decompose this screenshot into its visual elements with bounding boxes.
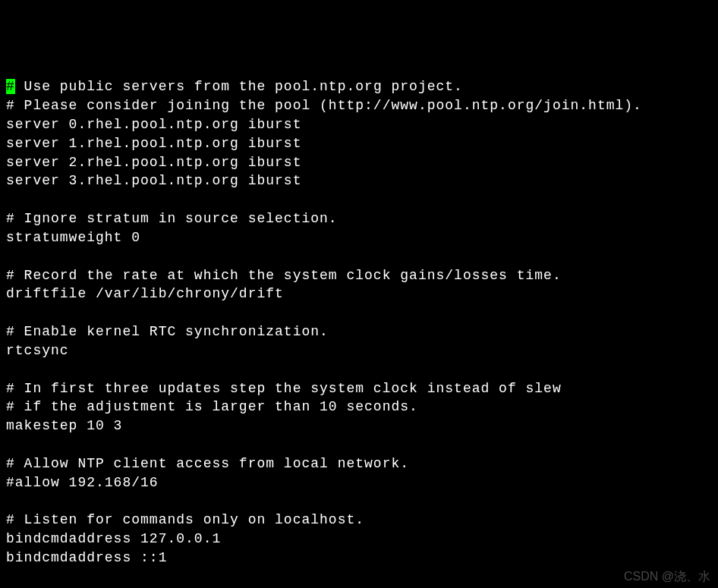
- file-line: [6, 303, 712, 322]
- file-line: server 3.rhel.pool.ntp.org iburst: [6, 171, 712, 190]
- file-line: [6, 247, 712, 266]
- terminal-editor[interactable]: # Use public servers from the pool.ntp.o…: [6, 77, 712, 588]
- cursor: #: [6, 79, 15, 94]
- file-line: # Use public servers from the pool.ntp.o…: [6, 77, 712, 96]
- file-line: # Enable kernel RTC synchronization.: [6, 322, 712, 341]
- file-line: rtcsync: [6, 341, 712, 360]
- file-line: # Listen for commands only on localhost.: [6, 511, 712, 530]
- line-text: Use public servers from the pool.ntp.org…: [15, 79, 463, 94]
- file-line: #allow 192.168/16: [6, 473, 712, 492]
- file-line: # Ignore stratum in source selection.: [6, 209, 712, 228]
- file-line: # In first three updates step the system…: [6, 379, 712, 398]
- file-line: [6, 435, 712, 454]
- file-line: server 1.rhel.pool.ntp.org iburst: [6, 134, 712, 153]
- file-line: # Record the rate at which the system cl…: [6, 266, 712, 285]
- watermark-text: CSDN @浇、水: [624, 568, 710, 585]
- file-line: [6, 568, 712, 586]
- file-line: driftfile /var/lib/chrony/drift: [6, 285, 712, 303]
- file-line: server 2.rhel.pool.ntp.org iburst: [6, 153, 712, 172]
- file-line: # Allow NTP client access from local net…: [6, 454, 712, 473]
- file-line: bindcmdaddress ::1: [6, 549, 712, 568]
- file-line: [6, 360, 712, 379]
- file-line: server 0.rhel.pool.ntp.org iburst: [6, 115, 712, 134]
- file-line: stratumweight 0: [6, 228, 712, 247]
- file-line: # Please consider joining the pool (http…: [6, 96, 712, 115]
- file-line: makestep 10 3: [6, 417, 712, 435]
- file-line: [6, 190, 712, 209]
- file-line: [6, 492, 712, 511]
- file-line: bindcmdaddress 127.0.0.1: [6, 530, 712, 549]
- file-line: # if the adjustment is larger than 10 se…: [6, 398, 712, 417]
